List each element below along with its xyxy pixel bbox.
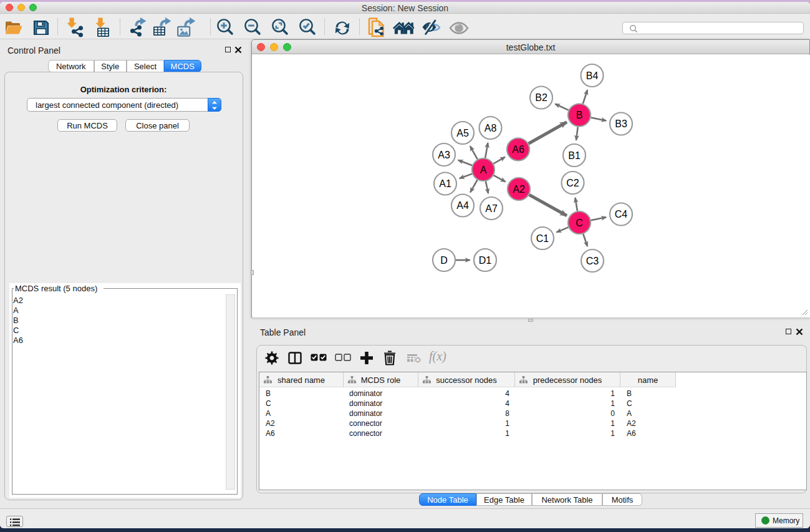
svg-text:A6: A6 [512,144,524,155]
svg-text:B: B [576,110,583,120]
svg-text:A: A [480,165,487,175]
svg-text:C2: C2 [566,178,579,188]
svg-text:C: C [576,218,583,228]
svg-text:A3: A3 [438,150,450,160]
svg-text:A7: A7 [485,203,498,214]
svg-text:A1: A1 [439,178,451,189]
svg-text:B2: B2 [535,92,547,103]
svg-text:A4: A4 [456,200,469,211]
svg-text:D1: D1 [479,255,492,266]
svg-text:C3: C3 [586,256,599,266]
svg-text:B3: B3 [615,118,627,129]
svg-text:C1: C1 [536,233,549,244]
svg-text:C4: C4 [615,209,628,220]
svg-text:A8: A8 [485,123,497,133]
svg-text:A2: A2 [513,184,525,195]
svg-text:B1: B1 [568,150,581,161]
svg-text:B4: B4 [586,70,599,81]
svg-text:A5: A5 [456,128,469,138]
svg-text:D: D [440,255,448,266]
